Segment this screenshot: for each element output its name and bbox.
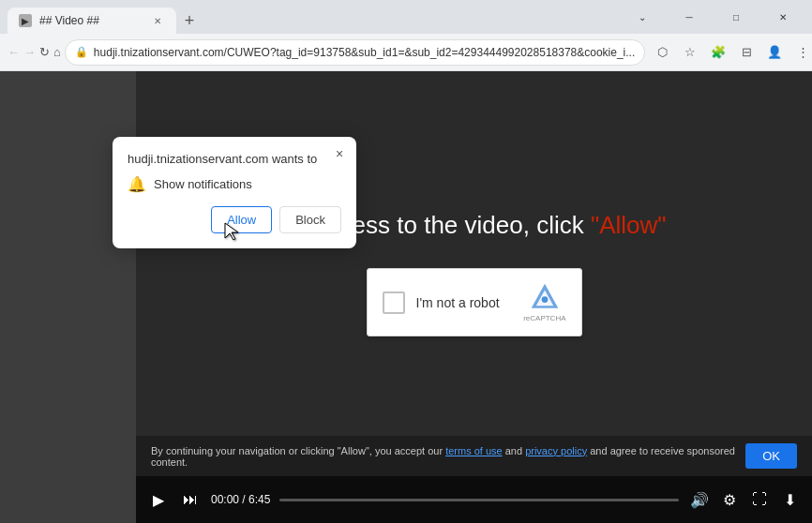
recaptcha-logo-icon — [530, 282, 560, 312]
window-controls: ⌄ ─ □ ✕ — [621, 0, 804, 34]
block-button[interactable]: Block — [279, 206, 341, 233]
consent-bar: By continuing your navigation or clickin… — [136, 436, 812, 476]
svg-point-0 — [541, 296, 548, 303]
title-bar: ▶ ## Video ## ✕ + ⌄ ─ □ ✕ — [0, 0, 812, 34]
reload-button[interactable]: ↻ — [39, 39, 50, 66]
video-main-content: To access to the video, click "Allow" I'… — [136, 71, 812, 476]
video-controls: ▶ ⏭ 00:00 / 6:45 🔊 ⚙ ⛶ ⬇ — [136, 476, 812, 523]
navbar: ← → ↻ ⌂ 🔒 hudji.tnizationservant.com/CUW… — [0, 34, 812, 71]
maximize-button[interactable]: □ — [714, 0, 758, 34]
content-area: To access to the video, click "Allow" I'… — [0, 71, 812, 523]
recaptcha-brand: reCAPTCHA — [523, 314, 565, 322]
play-button[interactable]: ▶ — [147, 488, 170, 511]
tab-favicon: ▶ — [19, 14, 32, 27]
popup-buttons: Allow Block — [128, 206, 341, 233]
popup-notification-row: 🔔 Show notifications — [128, 175, 341, 193]
url-text: hudji.tnizationservant.com/CUWEO?tag_id=… — [94, 46, 635, 59]
chevron-down-button[interactable]: ⌄ — [621, 0, 664, 34]
bell-icon: 🔔 — [128, 175, 146, 193]
volume-button[interactable]: 🔊 — [688, 488, 711, 511]
allow-button[interactable]: Allow — [211, 206, 272, 233]
home-button[interactable]: ⌂ — [53, 39, 61, 66]
recaptcha-logo: reCAPTCHA — [523, 282, 565, 322]
popup-close-button[interactable]: × — [330, 144, 349, 163]
progress-bar[interactable] — [279, 499, 679, 501]
next-button[interactable]: ⏭ — [179, 488, 202, 511]
settings-button[interactable]: ⚙ — [718, 488, 741, 511]
popup-title: hudji.tnizationservant.com wants to — [128, 152, 341, 166]
time-display: 00:00 / 6:45 — [211, 493, 270, 506]
consent-text-before: By continuing your navigation or clickin… — [151, 445, 445, 456]
video-allow-text: "Allow" — [591, 211, 667, 239]
minimize-button[interactable]: ─ — [668, 0, 711, 34]
nav-actions: ⬡ ☆ 🧩 ⊟ 👤 ⋮ — [649, 39, 812, 66]
tab-title: ## Video ## — [39, 14, 143, 27]
ok-button[interactable]: OK — [745, 443, 797, 469]
extensions-icon[interactable]: 🧩 — [705, 39, 731, 66]
privacy-link[interactable]: privacy policy — [525, 445, 587, 456]
back-button[interactable]: ← — [8, 39, 20, 66]
consent-text: By continuing your navigation or clickin… — [151, 445, 736, 468]
media-icon[interactable]: ⊟ — [733, 39, 759, 66]
recaptcha-label: I'm not a robot — [416, 295, 513, 310]
notification-popup: × hudji.tnizationservant.com wants to 🔔 … — [113, 137, 356, 248]
consent-text-middle: and — [503, 445, 525, 456]
tab-close-button[interactable]: ✕ — [150, 13, 165, 28]
address-bar[interactable]: 🔒 hudji.tnizationservant.com/CUWEO?tag_i… — [65, 39, 645, 66]
bookmark-icon[interactable]: ☆ — [677, 39, 703, 66]
browser-tab[interactable]: ▶ ## Video ## ✕ — [8, 7, 176, 34]
fullscreen-button[interactable]: ⛶ — [748, 488, 771, 511]
lock-icon: 🔒 — [75, 46, 88, 58]
tab-bar: ▶ ## Video ## ✕ + — [8, 0, 617, 34]
recaptcha-checkbox[interactable] — [383, 291, 405, 314]
cast-icon[interactable]: ⬡ — [649, 39, 675, 66]
notification-description: Show notifications — [154, 177, 252, 191]
recaptcha-widget[interactable]: I'm not a robot reCAPTCHA — [367, 268, 582, 336]
menu-icon[interactable]: ⋮ — [789, 39, 812, 66]
download-button[interactable]: ⬇ — [778, 488, 801, 511]
ctrl-icons-right: 🔊 ⚙ ⛶ ⬇ — [688, 488, 801, 511]
new-tab-button[interactable]: + — [176, 7, 203, 34]
close-button[interactable]: ✕ — [761, 0, 804, 34]
profile-icon[interactable]: 👤 — [761, 39, 788, 66]
browser-window: ▶ ## Video ## ✕ + ⌄ ─ □ ✕ ← → ↻ ⌂ 🔒 hudj… — [0, 0, 812, 523]
terms-link[interactable]: terms of use — [445, 445, 503, 456]
forward-button[interactable]: → — [23, 39, 36, 66]
